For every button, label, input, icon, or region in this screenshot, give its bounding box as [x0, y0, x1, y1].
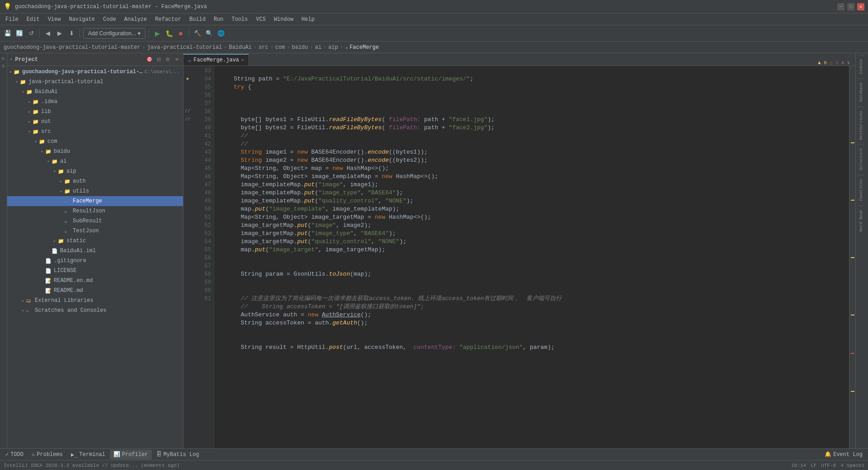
refresh-button[interactable]: ↺: [26, 28, 36, 38]
line-numbers: 33 34 35 36 37 38 39 40 41 42 43 44 45 4…: [192, 66, 214, 448]
tree-item-scratches[interactable]: ▸ ✏️ Scratches and Consoles: [7, 306, 183, 315]
close-button[interactable]: ✕: [857, 3, 864, 10]
code-content[interactable]: String path = "E:/JavaPracticalTutorial/…: [214, 66, 849, 448]
subresult-icon: ☕: [64, 218, 71, 224]
line-separator[interactable]: LF: [811, 463, 816, 468]
debug-button[interactable]: 🐛: [164, 28, 174, 38]
tab-facemerge[interactable]: ☕ FaceMerge.java ✕: [183, 54, 249, 66]
gitignore-icon: 📄: [45, 258, 52, 264]
tree-item-ext-libs[interactable]: ▸ 🗂 External Libraries: [7, 296, 183, 306]
menu-item-tools[interactable]: Tools: [228, 15, 252, 24]
back-button[interactable]: ◀: [43, 28, 53, 38]
tree-item-testjson[interactable]: ☕ TestJson: [7, 226, 183, 236]
nav-down-button[interactable]: ∨: [847, 60, 850, 66]
breadcrumb-sep-5: ›: [287, 44, 290, 51]
tree-item-baiduai[interactable]: ▾ 📁 BaiduAi: [7, 87, 183, 97]
recent-button[interactable]: ⬇: [66, 28, 76, 38]
tree-item-license[interactable]: 📄 LICENSE: [7, 266, 183, 276]
todo-button[interactable]: ✓ TODO: [2, 450, 27, 460]
event-log-button[interactable]: 🔔 Event Log: [821, 450, 866, 460]
save-button[interactable]: 💾: [3, 28, 13, 38]
menu-item-run[interactable]: Run: [210, 15, 227, 24]
collapse-all-button[interactable]: ⊟: [155, 56, 162, 63]
tree-item-utils[interactable]: ▸ 📁 utils: [7, 186, 183, 196]
tree-item-gitignore[interactable]: 📄 .gitignore: [7, 256, 183, 266]
menu-item-navigate[interactable]: Navigate: [65, 15, 99, 24]
warning-count: ▲ 6: [818, 60, 827, 66]
menu-item-analyze[interactable]: Analyze: [121, 15, 150, 24]
minimize-button[interactable]: —: [837, 3, 845, 10]
mybatis-log-button[interactable]: 🗄 MyBatis Log: [153, 450, 203, 460]
tree-item-idea[interactable]: ▸ 📁 .idea: [7, 97, 183, 107]
database-panel-tab[interactable]: Database: [858, 78, 865, 105]
rest-services-panel-tab[interactable]: RestServices: [858, 107, 865, 144]
breadcrumb-facemerge[interactable]: FaceMerge: [350, 44, 379, 51]
tree-item-lib[interactable]: ▸ 📁 lib: [7, 107, 183, 117]
right-scrollbar[interactable]: [849, 66, 855, 448]
breadcrumb-src[interactable]: src: [258, 44, 268, 51]
tree-item-com[interactable]: ▾ 📁 com: [7, 136, 183, 146]
menu-item-vcs[interactable]: VCS: [253, 15, 270, 24]
menu-item-view[interactable]: View: [44, 15, 65, 24]
settings-button[interactable]: ⚙: [164, 56, 171, 63]
tree-item-baidu[interactable]: ▾ 📁 baidu: [7, 146, 183, 156]
nav-up-button[interactable]: ∧: [841, 60, 845, 66]
menu-item-window[interactable]: Window: [270, 15, 297, 24]
tree-item-readme-en[interactable]: 📝 README.en.md: [7, 276, 183, 286]
static-icon: 📁: [58, 238, 65, 244]
sync-button[interactable]: 🔄: [14, 28, 24, 38]
forward-button[interactable]: ▶: [55, 28, 65, 38]
menu-item-edit[interactable]: Edit: [23, 15, 43, 24]
breadcrumb-tutorial[interactable]: java-practical-tutorial: [147, 44, 222, 51]
menu-item-refactor[interactable]: Refactor: [151, 15, 185, 24]
tree-item-jpt[interactable]: ▾ 📁 java-practical-tutorial: [7, 77, 183, 87]
menu-item-build[interactable]: Build: [186, 15, 209, 24]
structure-panel-toggle[interactable]: S: [0, 63, 7, 70]
tree-item-root[interactable]: ▾ 📁 guochaodong-java-practical-tutorial-…: [7, 67, 183, 77]
maximize-button[interactable]: □: [847, 3, 854, 10]
favorites-panel-tab[interactable]: Favorites: [858, 175, 865, 205]
tree-item-readme[interactable]: 📝 README.md: [7, 286, 183, 296]
tree-item-subresult[interactable]: ☕ SubResult: [7, 216, 183, 226]
tab-close-button[interactable]: ✕: [241, 57, 244, 63]
cursor-position[interactable]: 19:14: [791, 463, 806, 468]
breadcrumb-baidu[interactable]: baidu: [292, 44, 308, 51]
tree-item-aip[interactable]: ▾ 📁 aip: [7, 166, 183, 176]
project-panel-toggle[interactable]: P: [0, 55, 7, 61]
tree-item-out[interactable]: ▸ 📁 out: [7, 117, 183, 127]
panel-close-button[interactable]: ✕: [173, 56, 180, 63]
code-editor: ◈ // // 33 34 35 36 37 38 39 40 41 4: [183, 66, 855, 448]
tree-item-resultjson[interactable]: ☕ ResultJson: [7, 206, 183, 216]
problems-button[interactable]: ⚠ Problems: [28, 450, 66, 460]
breadcrumb-root[interactable]: guochaodong-java-practical-tutorial-mast…: [4, 44, 140, 51]
tree-item-src[interactable]: ▾ 📁 src: [7, 127, 183, 136]
menu-item-code[interactable]: Code: [99, 15, 120, 24]
structure-panel-tab[interactable]: Structure: [858, 144, 865, 174]
com-arrow: ▾: [33, 139, 39, 144]
menu-item-help[interactable]: Help: [298, 15, 318, 24]
terminal-button[interactable]: ▶_ Terminal: [67, 450, 109, 460]
encoding[interactable]: UTF-8: [821, 463, 836, 468]
tree-item-auth[interactable]: ▸ 📁 auth: [7, 176, 183, 186]
build-button[interactable]: 🔨: [192, 28, 202, 38]
codota-panel-tab[interactable]: Codota: [858, 55, 865, 77]
tree-item-facemerge[interactable]: ☕ FaceMerge: [7, 196, 183, 206]
breadcrumb-ai[interactable]: ai: [315, 44, 321, 51]
profiler-button[interactable]: 📊 Profiler: [110, 450, 152, 460]
run-button[interactable]: ▶: [152, 28, 162, 38]
translate-button[interactable]: 🌐: [216, 28, 226, 38]
breadcrumb-sep-2: ›: [224, 44, 227, 51]
breadcrumb-aip[interactable]: aip: [328, 44, 338, 51]
stop-button[interactable]: ■: [176, 28, 186, 38]
breadcrumb-com[interactable]: com: [275, 44, 285, 51]
word-book-panel-tab[interactable]: Word Book: [858, 206, 865, 235]
breadcrumb-baiduai[interactable]: BaiduAi: [229, 44, 252, 51]
tree-item-static[interactable]: ▸ 📁 static: [7, 236, 183, 246]
locate-button[interactable]: 🎯: [146, 56, 153, 63]
tree-item-baiduai-iml[interactable]: 📄 BaiduAi.iml: [7, 246, 183, 256]
add-configuration-button[interactable]: Add Configuration... ▾: [83, 28, 145, 39]
search-button[interactable]: 🔍: [204, 28, 214, 38]
indent-info[interactable]: 4 spaces: [840, 463, 864, 468]
tree-item-ai[interactable]: ▾ 📁 ai: [7, 156, 183, 166]
menu-item-file[interactable]: File: [2, 15, 22, 24]
